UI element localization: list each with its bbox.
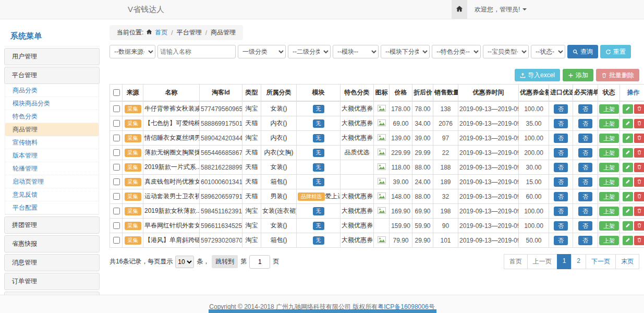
jump-button[interactable]: 跳转到 — [212, 255, 238, 268]
edit-button[interactable] — [623, 221, 633, 231]
delete-button[interactable] — [634, 221, 644, 231]
must-buy-toggle[interactable]: 否 — [578, 148, 592, 158]
sidebar-subitem-2[interactable]: 特色分类 — [5, 110, 99, 123]
must-buy-toggle[interactable]: 否 — [578, 207, 592, 216]
sidebar-subitem-0[interactable]: 商品分类 — [5, 84, 99, 97]
must-buy-toggle[interactable]: 否 — [578, 221, 592, 231]
edit-button[interactable] — [623, 236, 633, 245]
module-subcategory-select[interactable]: --模块下分类-- — [381, 45, 430, 58]
level2-category-select[interactable]: --二级分类-- — [288, 45, 331, 58]
must-buy-toggle[interactable]: 否 — [578, 134, 592, 143]
home-button[interactable] — [452, 0, 467, 19]
sidebar-group-3[interactable]: 省惠快报 — [4, 235, 100, 252]
sidebar-group-0[interactable]: 用户管理 — [4, 48, 100, 65]
sidebar-subitem-4[interactable]: 宣传物料 — [5, 136, 99, 149]
import-toggle[interactable]: 否 — [554, 119, 568, 128]
sidebar-subitem-3[interactable]: 商品管理 — [5, 123, 99, 136]
status-badge[interactable]: 上架 — [599, 134, 619, 143]
status-badge[interactable]: 上架 — [599, 177, 619, 187]
must-buy-toggle[interactable]: 否 — [578, 163, 592, 172]
row-checkbox[interactable] — [113, 237, 120, 244]
status-badge[interactable]: 上架 — [599, 236, 619, 245]
data-source-select[interactable]: --数据来源-- — [110, 45, 155, 58]
edit-button[interactable] — [623, 163, 633, 172]
feature-category-select[interactable]: --特色分类-- — [432, 45, 481, 58]
status-badge[interactable]: 上架 — [599, 192, 619, 201]
must-buy-toggle[interactable]: 否 — [578, 177, 592, 187]
delete-button[interactable] — [634, 134, 644, 143]
module-select[interactable]: --模块-- — [333, 45, 379, 58]
row-checkbox[interactable] — [113, 135, 120, 141]
import-toggle[interactable]: 否 — [554, 163, 568, 172]
delete-button[interactable] — [634, 119, 644, 128]
name-input[interactable] — [157, 45, 236, 58]
delete-button[interactable] — [634, 163, 644, 172]
row-checkbox[interactable] — [113, 222, 120, 229]
sidebar-subitem-6[interactable]: 轮播管理 — [5, 162, 99, 175]
delete-button[interactable] — [634, 207, 644, 216]
must-buy-toggle[interactable]: 否 — [578, 104, 592, 114]
status-badge[interactable]: 上架 — [599, 221, 619, 231]
must-buy-toggle[interactable]: 否 — [578, 192, 592, 201]
import-toggle[interactable]: 否 — [554, 207, 568, 216]
import-toggle[interactable]: 否 — [554, 236, 568, 245]
sidebar-group-4[interactable]: 消息管理 — [4, 254, 100, 271]
edit-button[interactable] — [623, 207, 633, 216]
page-number-input[interactable] — [249, 255, 270, 269]
sidebar-subitem-1[interactable]: 模块商品分类 — [5, 97, 99, 110]
level1-category-select[interactable]: 一级分类 — [238, 45, 286, 58]
sidebar-subitem-9[interactable]: 平台配置 — [5, 201, 99, 214]
page-next[interactable]: 下一页 — [586, 254, 616, 269]
import-toggle[interactable]: 否 — [554, 221, 568, 231]
delete-button[interactable] — [634, 177, 644, 187]
row-checkbox[interactable] — [113, 149, 120, 156]
per-page-select[interactable]: 10 — [175, 256, 194, 268]
row-checkbox[interactable] — [113, 164, 120, 171]
page-last[interactable]: 末页 — [615, 254, 639, 269]
import-toggle[interactable]: 否 — [554, 177, 568, 187]
row-checkbox[interactable] — [113, 178, 120, 185]
edit-button[interactable] — [623, 177, 633, 187]
status-badge[interactable]: 上架 — [599, 207, 619, 216]
delete-button[interactable] — [634, 148, 644, 158]
delete-button[interactable] — [634, 236, 644, 245]
import-excel-button[interactable]: 导入excel — [515, 69, 560, 81]
import-toggle[interactable]: 否 — [554, 134, 568, 143]
edit-button[interactable] — [623, 148, 633, 158]
edit-button[interactable] — [623, 134, 633, 143]
sidebar-group-5[interactable]: 订单管理 — [4, 273, 100, 290]
sidebar-group-2[interactable]: 拼团管理 — [4, 216, 100, 234]
user-menu[interactable]: 欢迎您，管理员! — [475, 5, 527, 14]
row-checkbox[interactable] — [113, 105, 120, 112]
must-buy-toggle[interactable]: 否 — [578, 119, 592, 128]
select-all-checkbox[interactable] — [113, 89, 120, 96]
page-1[interactable]: 1 — [557, 254, 572, 269]
status-badge[interactable]: 上架 — [599, 148, 619, 158]
row-checkbox[interactable] — [113, 120, 120, 127]
import-toggle[interactable]: 否 — [554, 148, 568, 158]
sidebar-subitem-5[interactable]: 版本管理 — [5, 149, 99, 162]
delete-button[interactable] — [634, 104, 644, 114]
batch-delete-button[interactable]: 批量删除 — [596, 69, 639, 81]
page-2[interactable]: 2 — [571, 254, 586, 269]
edit-button[interactable] — [623, 119, 633, 128]
sidebar-subitem-8[interactable]: 意见反馈 — [5, 188, 99, 201]
status-select[interactable]: --状态-- — [531, 45, 565, 58]
row-checkbox[interactable] — [113, 193, 120, 200]
import-toggle[interactable]: 否 — [554, 192, 568, 201]
edit-button[interactable] — [623, 104, 633, 114]
status-badge[interactable]: 上架 — [599, 104, 619, 114]
must-buy-toggle[interactable]: 否 — [578, 236, 592, 245]
search-button[interactable]: 查询 — [567, 45, 598, 58]
sidebar-group-1[interactable]: 平台管理 — [4, 67, 100, 84]
edit-button[interactable] — [623, 192, 633, 201]
page-first[interactable]: 首页 — [504, 254, 528, 269]
item-type-select[interactable]: --宝贝类型-- — [483, 45, 529, 58]
delete-button[interactable] — [634, 192, 644, 201]
add-button[interactable]: 添加 — [563, 69, 593, 81]
import-toggle[interactable]: 否 — [554, 104, 568, 114]
status-badge[interactable]: 上架 — [599, 163, 619, 172]
sidebar-subitem-7[interactable]: 启动页管理 — [5, 175, 99, 188]
page-prev[interactable]: 上一页 — [527, 254, 557, 269]
status-badge[interactable]: 上架 — [599, 119, 619, 128]
